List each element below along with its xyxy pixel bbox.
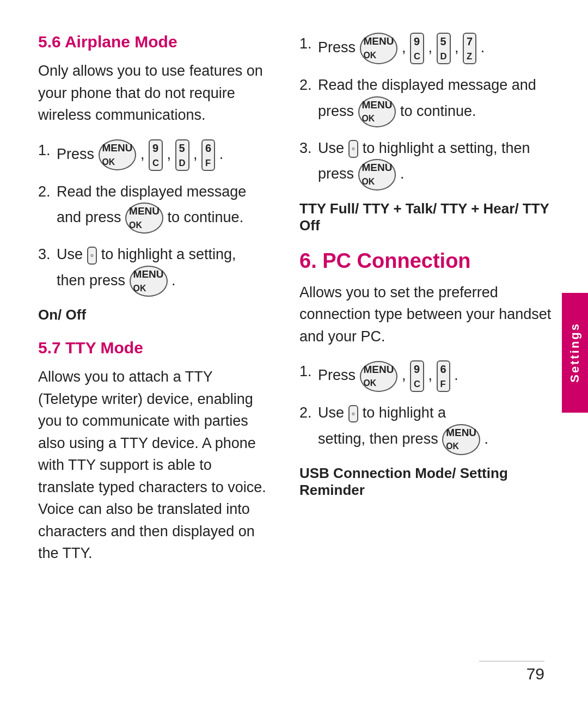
menu-ok-key: MENUOK [360,361,398,392]
key-9c: 9C [149,139,163,171]
section-6-step2: 2. Use ◦ to highlight a setting, then pr… [299,402,555,455]
step-content: Press MENUOK , 9C , 6F . [318,360,555,392]
key-5d: 5D [175,139,189,171]
step-content: Use ◦ to highlight a setting, then press… [318,402,555,455]
section-57-options: TTY Full/ TTY + Talk/ TTY + Hear/ TTY Of… [299,200,555,234]
step-number: 2. [299,402,316,424]
key-5d: 5D [437,33,451,64]
right-column: 1. Press MENUOK , 9C , 5D , 7Z . 2. Read… [289,33,555,672]
nav-key: ◦ [348,140,359,158]
step-number: 1. [299,33,316,55]
nav-key: ◦ [87,247,97,265]
section-57-steps: 1. Press MENUOK , 9C , 5D , 7Z . 2. Read… [299,33,555,234]
sidebar-label: Settings [568,322,582,383]
step-content: Read the displayed message and press MEN… [57,181,267,234]
section-6-step1: 1. Press MENUOK , 9C , 6F . [299,360,555,392]
separator-line [479,661,544,661]
section-56-title: 5.6 Airplane Mode [38,33,267,51]
page-number: 79 [526,665,544,683]
key-7z: 7Z [463,33,476,64]
step-number: 3. [299,137,316,160]
step-content: Press MENUOK , 9C , 5D , 7Z . [318,33,555,64]
step-number: 1. [38,139,54,162]
key-6f: 6F [201,139,215,171]
key-9c: 9C [410,33,424,64]
menu-ok-key: MENUOK [358,96,396,127]
step-content: Use ◦ to highlight a setting, then press… [318,137,555,191]
step-content: Press MENUOK , 9C , 5D , 6F . [57,139,267,171]
section-6-description: Allows you to set the preferred connecti… [299,281,555,348]
menu-ok-key: MENUOK [125,203,163,234]
sidebar-tab: Settings [562,0,588,705]
step-number: 1. [299,360,316,383]
step-number: 2. [38,181,54,203]
step-content: Read the displayed message and press MEN… [318,74,555,127]
menu-ok-key: MENUOK [360,33,398,64]
section-57-title: 5.7 TTY Mode [38,339,267,357]
section-56-options: On/ Off [38,306,267,323]
section-56: 5.6 Airplane Mode Only allows you to use… [38,33,267,323]
menu-ok-key: MENUOK [130,266,168,297]
section-56-step1: 1. Press MENUOK , 9C , 5D , 6F . [38,139,267,171]
left-column: 5.6 Airplane Mode Only allows you to use… [38,33,289,672]
menu-ok-key: MENUOK [358,159,396,190]
key-6f: 6F [437,360,450,392]
section-57: 5.7 TTY Mode Allows you to attach a TTY … [38,339,267,565]
section-57-step1: 1. Press MENUOK , 9C , 5D , 7Z . [299,33,555,64]
section-57-step3: 3. Use ◦ to highlight a setting, then pr… [299,137,555,191]
step-number: 3. [38,243,54,266]
section-57-step2: 2. Read the displayed message and press … [299,74,555,127]
menu-ok-key: MENUOK [99,139,137,170]
nav-key: ◦ [348,405,359,423]
section-56-description: Only allows you to use features on your … [38,60,267,126]
section-6-title: 6. PC Connection [299,249,555,273]
section-6-options: USB Connection Mode/ Setting Reminder [299,465,555,499]
sidebar-tab-inner: Settings [562,293,588,413]
key-9c: 9C [410,360,424,392]
section-6: 6. PC Connection Allows you to set the p… [299,249,555,499]
step-content: Use ◦ to highlight a setting, then press… [57,243,267,297]
section-57-description: Allows you to attach a TTY (Teletype wri… [38,366,267,565]
menu-ok-key: MENUOK [442,424,480,455]
section-56-step3: 3. Use ◦ to highlight a setting, then pr… [38,243,267,297]
section-56-step2: 2. Read the displayed message and press … [38,181,267,234]
step-number: 2. [299,74,316,96]
